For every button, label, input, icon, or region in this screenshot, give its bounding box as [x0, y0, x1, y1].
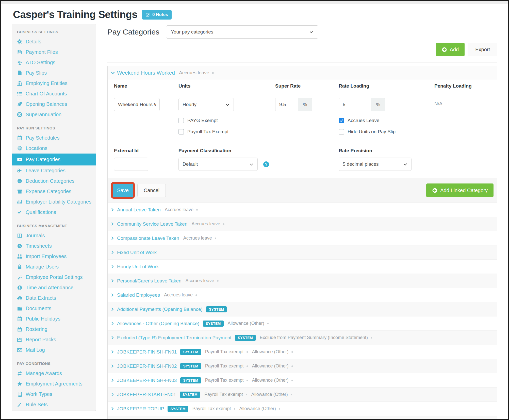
category-row[interactable]: Hourly Unit of Work — [108, 259, 497, 274]
sidebar-item-qualifications[interactable]: Qualifications — [12, 207, 96, 217]
category-row[interactable]: Fixed Unit of Work — [108, 245, 497, 259]
units-select[interactable]: Hourly — [178, 98, 234, 111]
add-button[interactable]: Add — [436, 43, 465, 56]
sidebar-item-employing-entities[interactable]: Employing Entities — [12, 78, 96, 89]
sidebar-item-locations[interactable]: Locations — [12, 143, 96, 154]
tag-dot — [223, 223, 224, 225]
payment-classification-select[interactable]: Default — [178, 158, 258, 171]
name-field[interactable] — [114, 98, 160, 111]
pay-categories-filter-select[interactable]: Your pay categories — [166, 25, 318, 39]
category-row[interactable]: JOBKEEPER-FINISH-FN03SYSTEMPayroll Tax e… — [108, 373, 497, 387]
sidebar-item-pay-rate-templates[interactable]: Pay Rate Templates — [12, 410, 96, 411]
system-badge: SYSTEM — [180, 377, 201, 383]
checkbox-payroll-tax-exempt[interactable]: Payroll Tax Exempt — [178, 129, 339, 135]
sidebar-item-details[interactable]: Details — [12, 37, 96, 47]
checked-checkbox-icon[interactable] — [339, 118, 344, 123]
cancel-button[interactable]: Cancel — [137, 184, 166, 197]
category-row[interactable]: JOBKEEPER-START-FN01SYSTEMPayroll Tax ex… — [108, 387, 497, 401]
category-row[interactable]: Allowances - Other (Opening Balance)SYST… — [108, 316, 497, 330]
add-linked-category-button[interactable]: Add Linked Category — [426, 183, 494, 197]
checkbox-payg-exempt[interactable]: PAYG Exempt — [178, 118, 339, 123]
category-row[interactable]: Salaried EmployeesAccrues leave — [108, 288, 497, 302]
calendar-icon — [17, 316, 22, 322]
notes-button[interactable]: 0 Notes — [142, 10, 172, 20]
category-name-link[interactable]: Additional Payments (Opening Balance) — [117, 307, 203, 312]
help-icon[interactable]: ? — [263, 161, 270, 168]
sidebar-item-time-and-attendance[interactable]: Time and Attendance — [12, 282, 96, 293]
sidebar-item-mail-log[interactable]: Mail Log — [12, 345, 96, 355]
save-button[interactable]: Save — [113, 184, 133, 197]
unchecked-checkbox-icon[interactable] — [178, 129, 184, 135]
plane-icon — [17, 168, 22, 173]
sidebar-item-leave-categories[interactable]: Leave Categories — [12, 165, 96, 176]
sidebar-item-employee-portal-settings[interactable]: Employee Portal Settings — [12, 272, 96, 282]
category-name-link[interactable]: Fixed Unit of Work — [117, 250, 157, 255]
sidebar-item-data-extracts[interactable]: Data Extracts — [12, 293, 96, 303]
category-name-link[interactable]: Allowances - Other (Opening Balance) — [117, 321, 199, 326]
sidebar-item-pay-schedules[interactable]: Pay Schedules — [12, 133, 96, 143]
checkbox-hide-units-on-pay-slip[interactable]: Hide Units on Pay Slip — [339, 129, 491, 135]
sidebar-item-report-packs[interactable]: Report Packs — [12, 334, 96, 345]
checkbox-accrues-leave[interactable]: Accrues Leave — [339, 118, 491, 123]
category-name-link[interactable]: Compassionate Leave Taken — [117, 236, 179, 241]
category-name-link[interactable]: Hourly Unit of Work — [117, 264, 159, 270]
export-button[interactable]: Export — [468, 43, 497, 56]
category-row[interactable]: Compassionate Leave TakenAccrues leave — [108, 231, 497, 245]
category-name-link[interactable]: JOBKEEPER-FINISH-FN02 — [117, 363, 177, 369]
category-name-link[interactable]: JOBKEEPER-FINISH-FN01 — [117, 349, 177, 355]
sidebar-item-timesheets[interactable]: Timesheets — [12, 241, 96, 251]
sidebar-item-public-holidays[interactable]: Public Holidays — [12, 314, 96, 324]
category-name-link[interactable]: Salaried Employees — [117, 292, 160, 298]
category-name-link[interactable]: Community Service Leave Taken — [117, 221, 187, 227]
unchecked-checkbox-icon[interactable] — [339, 129, 344, 135]
sidebar-item-rostering[interactable]: Rostering — [12, 324, 96, 334]
category-row[interactable]: Excluded (Type R) Employment Termination… — [108, 330, 497, 345]
sidebar-item-deduction-categories[interactable]: Deduction Categories — [12, 176, 96, 186]
unchecked-checkbox-icon[interactable] — [178, 118, 184, 123]
super-rate-field[interactable] — [275, 98, 298, 111]
category-name-link[interactable]: JOBKEEPER-TOPUP — [117, 406, 164, 412]
page-header: Casper's Training Settings 0 Notes — [1, 4, 508, 24]
category-row[interactable]: JOBKEEPER-FINISH-FN01SYSTEMPayroll Tax e… — [108, 345, 497, 359]
sidebar-item-journals[interactable]: Journals — [12, 230, 96, 241]
category-row[interactable]: Additional Payments (Opening Balance)SYS… — [108, 302, 497, 316]
category-name-link[interactable]: Excluded (Type R) Employment Termination… — [117, 335, 232, 341]
sidebar-item-expense-categories[interactable]: Expense Categories — [12, 186, 96, 197]
sidebar-item-pay-categories[interactable]: Pay Categories — [12, 154, 96, 165]
chevron-right-icon — [111, 336, 114, 340]
sidebar-item-chart-of-accounts[interactable]: Chart Of Accounts — [12, 89, 96, 99]
sidebar-item-ato-settings[interactable]: ATO Settings — [12, 57, 96, 68]
category-tag: Allowance (Other) — [251, 392, 288, 397]
category-name-link[interactable]: Annual Leave Taken — [117, 207, 161, 213]
tag-dot — [217, 280, 219, 282]
category-row[interactable]: Annual Leave TakenAccrues leave — [108, 203, 497, 217]
category-row[interactable]: JOBKEEPER-FINISH-FN02SYSTEMPayroll Tax e… — [108, 359, 497, 373]
category-row[interactable]: Community Service Leave TakenAccrues lea… — [108, 217, 497, 231]
sidebar-item-work-types[interactable]: Work Types — [12, 389, 96, 399]
category-name-link[interactable]: Weekend Hours Worked — [117, 70, 175, 76]
chevron-right-icon — [111, 407, 114, 411]
sidebar-item-payment-files[interactable]: Payment Files — [12, 47, 96, 57]
sidebar-item-manage-users[interactable]: Manage Users — [12, 262, 96, 272]
sidebar-item-manage-awards[interactable]: Manage Awards — [12, 368, 96, 379]
category-name-link[interactable]: Personal/Carer's Leave Taken — [117, 278, 182, 284]
sidebar-item-import-employees[interactable]: Import Employees — [12, 251, 96, 262]
sidebar-item-superannuation[interactable]: Superannuation — [12, 109, 96, 120]
category-name-link[interactable]: JOBKEEPER-FINISH-FN03 — [117, 378, 177, 383]
sidebar-item-employer-liability-categories[interactable]: Employer Liability Categories — [12, 197, 96, 207]
book-icon — [17, 392, 22, 397]
category-row[interactable]: JOBKEEPER-TOPUPSYSTEMPayroll Tax exemptA… — [108, 401, 497, 416]
external-id-field[interactable] — [114, 158, 148, 171]
sidebar-item-documents[interactable]: Documents — [12, 303, 96, 314]
rate-loading-field[interactable] — [339, 98, 371, 111]
category-row[interactable]: Personal/Carer's Leave TakenAccrues leav… — [108, 274, 497, 288]
category-row-partial[interactable] — [108, 416, 497, 420]
sidebar-item-rule-sets[interactable]: Rule Sets — [12, 399, 96, 410]
sidebar-item-employment-agreements[interactable]: Employment Agreements — [12, 379, 96, 389]
category-name-link[interactable]: JOBKEEPER-START-FN01 — [117, 392, 176, 397]
sidebar-item-pay-slips[interactable]: Pay Slips — [12, 68, 96, 78]
pay-categories-panel: Weekend Hours Worked Accrues leave Name … — [107, 66, 497, 420]
sidebar-item-opening-balances[interactable]: Opening Balances — [12, 99, 96, 109]
divider — [107, 62, 497, 63]
rate-precision-select[interactable]: 5 decimal places — [339, 158, 412, 171]
